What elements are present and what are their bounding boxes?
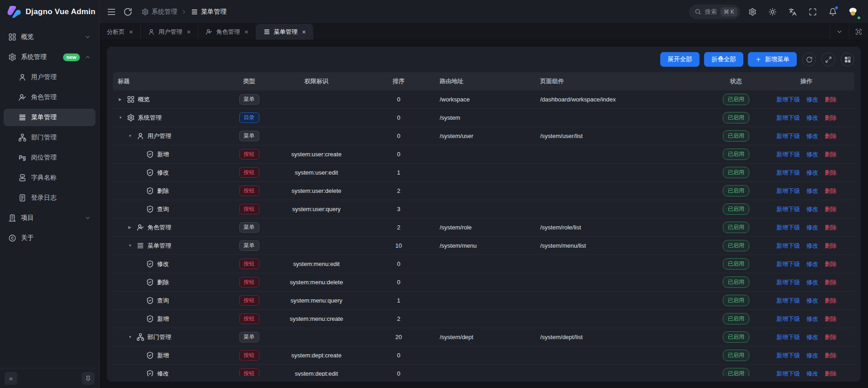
add-child-link[interactable]: 新增下级 xyxy=(776,333,800,341)
add-child-link[interactable]: 新增下级 xyxy=(776,351,800,360)
delete-link[interactable]: 删除 xyxy=(825,223,836,232)
settings-button[interactable] xyxy=(745,4,760,20)
add-child-link[interactable]: 新增下级 xyxy=(776,278,800,287)
delete-link[interactable]: 删除 xyxy=(825,333,836,341)
add-child-link[interactable]: 新增下级 xyxy=(776,132,800,140)
delete-link[interactable]: 删除 xyxy=(825,315,836,323)
table-fullscreen-button[interactable] xyxy=(821,53,835,66)
column-header: 排序 xyxy=(362,77,435,85)
tab-3[interactable]: 菜单管理× xyxy=(256,24,313,40)
search-input[interactable]: 搜索 ⌘ K xyxy=(689,5,740,19)
add-child-link[interactable]: 新增下级 xyxy=(776,150,800,159)
refresh-table-button[interactable] xyxy=(802,53,816,66)
sidebar-item-4[interactable]: 菜单管理 xyxy=(4,109,95,126)
add-child-link[interactable]: 新增下级 xyxy=(776,169,800,177)
user-avatar[interactable] xyxy=(845,4,861,20)
language-button[interactable] xyxy=(785,4,800,20)
tabs-maximize-button[interactable] xyxy=(849,24,868,40)
column-settings-button[interactable] xyxy=(841,53,854,66)
sidebar-item-10[interactable]: 关于 xyxy=(4,229,95,247)
add-child-link[interactable]: 新增下级 xyxy=(776,242,800,250)
edit-link[interactable]: 修改 xyxy=(806,96,818,104)
delete-link[interactable]: 删除 xyxy=(825,150,836,159)
delete-link[interactable]: 删除 xyxy=(825,242,836,250)
add-child-link[interactable]: 新增下级 xyxy=(776,260,800,268)
breadcrumb-item-0[interactable]: 系统管理 xyxy=(142,8,177,16)
edit-link[interactable]: 修改 xyxy=(806,333,818,341)
edit-link[interactable]: 修改 xyxy=(806,315,818,323)
edit-link[interactable]: 修改 xyxy=(806,242,818,250)
fullscreen-button[interactable] xyxy=(805,4,821,20)
notifications-button[interactable] xyxy=(825,4,841,20)
add-child-link[interactable]: 新增下级 xyxy=(776,96,800,104)
collapse-row-icon[interactable]: ▼ xyxy=(119,116,127,120)
delete-link[interactable]: 删除 xyxy=(825,297,836,305)
theme-toggle-button[interactable] xyxy=(765,4,780,20)
collapse-row-icon[interactable]: ▼ xyxy=(128,134,137,138)
edit-link[interactable]: 修改 xyxy=(806,351,818,360)
expand-row-icon[interactable]: ▶ xyxy=(128,225,137,229)
edit-link[interactable]: 修改 xyxy=(806,187,818,195)
tab-2[interactable]: 角色管理× xyxy=(198,24,256,40)
add-child-link[interactable]: 新增下级 xyxy=(776,187,800,195)
collapse-row-icon[interactable]: ▼ xyxy=(128,244,137,248)
delete-link[interactable]: 删除 xyxy=(825,205,836,213)
sidebar-item-0[interactable]: 概览 xyxy=(4,28,95,46)
expand-row-icon[interactable]: ▶ xyxy=(119,97,127,101)
edit-link[interactable]: 修改 xyxy=(806,114,818,122)
delete-link[interactable]: 删除 xyxy=(825,187,836,195)
sidebar-item-8[interactable]: 登录日志 xyxy=(4,189,95,207)
delete-link[interactable]: 删除 xyxy=(825,370,836,377)
tab-label: 角色管理 xyxy=(216,28,240,36)
edit-link[interactable]: 修改 xyxy=(806,150,818,159)
sidebar-item-5[interactable]: 部门管理 xyxy=(4,129,95,146)
tabs-dropdown-button[interactable] xyxy=(830,24,849,40)
collapse-row-icon[interactable]: ▼ xyxy=(128,335,137,339)
collapse-sidebar-icon[interactable]: « xyxy=(5,372,17,385)
edit-link[interactable]: 修改 xyxy=(806,260,818,268)
expand-all-button[interactable]: 展开全部 xyxy=(660,52,700,67)
tab-1[interactable]: 用户管理× xyxy=(141,24,198,40)
refresh-icon[interactable] xyxy=(123,7,132,16)
sidebar-item-6[interactable]: Pg岗位管理 xyxy=(4,149,95,166)
sidebar-item-3[interactable]: 角色管理 xyxy=(4,89,95,106)
delete-link[interactable]: 删除 xyxy=(825,351,836,360)
sidebar-item-7[interactable]: 字典名称 xyxy=(4,169,95,186)
edit-link[interactable]: 修改 xyxy=(806,278,818,287)
edit-link[interactable]: 修改 xyxy=(806,205,818,213)
hamburger-icon[interactable] xyxy=(107,7,116,16)
delete-link[interactable]: 删除 xyxy=(825,260,836,268)
add-child-link[interactable]: 新增下级 xyxy=(776,223,800,232)
sidebar-item-2[interactable]: 用户管理 xyxy=(4,69,95,86)
delete-link[interactable]: 删除 xyxy=(825,96,836,104)
edit-link[interactable]: 修改 xyxy=(806,370,818,377)
add-menu-button[interactable]: 新增菜单 xyxy=(748,52,797,67)
edit-link[interactable]: 修改 xyxy=(806,223,818,232)
edit-link[interactable]: 修改 xyxy=(806,297,818,305)
close-tab-icon[interactable]: × xyxy=(129,28,133,36)
edit-link[interactable]: 修改 xyxy=(806,169,818,177)
close-tab-icon[interactable]: × xyxy=(187,28,190,36)
add-child-link[interactable]: 新增下级 xyxy=(776,315,800,323)
add-child-link[interactable]: 新增下级 xyxy=(776,114,800,122)
column-header: 页面组件 xyxy=(536,77,714,85)
table-row: 删除按钮system:user:delete2已启用新增下级修改删除 xyxy=(113,182,854,200)
app-logo[interactable]: Djagno Vue Admin xyxy=(0,0,99,24)
close-tab-icon[interactable]: × xyxy=(244,28,248,36)
edit-link[interactable]: 修改 xyxy=(806,132,818,140)
status-badge: 已启用 xyxy=(723,240,749,251)
delete-link[interactable]: 删除 xyxy=(825,114,836,122)
delete-link[interactable]: 删除 xyxy=(825,169,836,177)
search-placeholder: 搜索 xyxy=(705,8,717,16)
sidebar-item-1[interactable]: 系统管理new xyxy=(4,48,95,66)
delete-link[interactable]: 删除 xyxy=(825,278,836,287)
close-tab-icon[interactable]: × xyxy=(302,28,306,36)
add-child-link[interactable]: 新增下级 xyxy=(776,205,800,213)
add-child-link[interactable]: 新增下级 xyxy=(776,370,800,377)
sidebar-item-9[interactable]: 项目 xyxy=(4,209,95,227)
tab-0[interactable]: 分析页× xyxy=(100,24,141,40)
collapse-all-button[interactable]: 折叠全部 xyxy=(704,52,743,67)
pin-icon[interactable] xyxy=(82,372,95,385)
delete-link[interactable]: 删除 xyxy=(825,132,836,140)
add-child-link[interactable]: 新增下级 xyxy=(776,297,800,305)
